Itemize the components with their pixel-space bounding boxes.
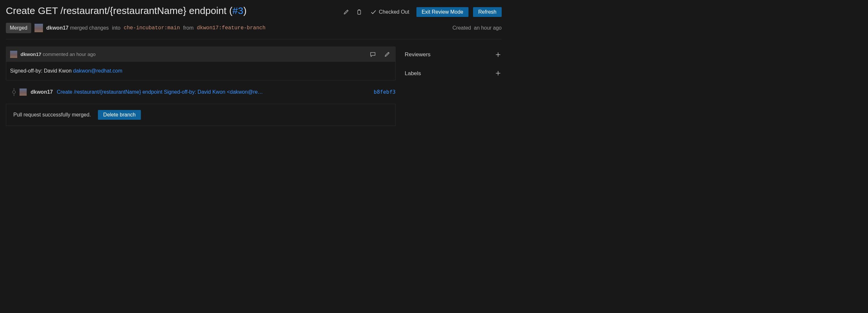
check-icon [371,9,376,15]
source-branch: dkwon17:feature-branch [197,24,266,32]
reviewers-label: Reviewers [405,51,430,59]
pr-subheader: Merged dkwon17 merged changes into che-i… [6,23,502,33]
commit-message-link[interactable]: Create /restaurant/{restaurantName} endp… [57,88,370,96]
checked-out-label: Checked Out [379,8,409,16]
email-link[interactable]: dakwon@redhat.com [73,68,122,73]
labels-label: Labels [405,69,421,78]
commit-dot-icon [12,90,16,94]
pr-header: Create GET /restaurant/{restaurantName} … [6,5,502,17]
comment-author[interactable]: dkwon17 [21,52,41,57]
edit-title-button[interactable] [342,8,350,16]
status-badge: Merged [6,23,31,33]
header-actions: Checked Out Exit Review Mode Refresh [342,5,502,17]
from-label: from [183,24,193,32]
reply-button[interactable] [369,50,377,59]
merged-changes-label: merged changes [70,25,108,31]
delete-branch-button[interactable]: Delete branch [98,110,141,120]
avatar [20,89,27,96]
add-reviewer-button[interactable] [495,52,501,58]
pencil-icon [343,9,349,15]
copy-button[interactable] [355,8,363,16]
comment-body: Signed-off-by: David Kwon dakwon@redhat.… [6,62,395,80]
target-branch: che-incubator:main [124,24,180,32]
add-label-button[interactable] [495,70,501,76]
pencil-icon [384,52,390,57]
comment-box: dkwon17 commented an hour ago Signed-off… [6,46,396,81]
commit-sha-link[interactable]: b8febf3 [374,88,396,96]
comment-action: commented an hour ago [42,52,96,57]
plus-icon [495,70,501,76]
created-time: Created an hour ago [453,24,502,32]
plus-icon [495,52,501,58]
comment-text: Signed-off-by: David Kwon [10,68,73,73]
pr-title: Create GET /restaurant/{restaurantName} … [6,5,337,17]
commit-author[interactable]: dkwon17 [31,88,53,96]
into-label: into [112,24,120,32]
comment-header: dkwon17 commented an hour ago [6,47,395,62]
comment-icon [370,52,376,57]
commit-row: dkwon17 Create /restaurant/{restaurantNa… [6,81,396,104]
labels-section: Labels [404,66,502,85]
pr-number-link[interactable]: #3 [232,5,243,16]
merged-message: Pull request successfully merged. [13,111,91,119]
divider [6,39,502,39]
merged-by-user[interactable]: dkwon17 [46,25,68,31]
pr-title-text: Create GET /restaurant/{restaurantName} … [6,5,226,16]
exit-review-button[interactable]: Exit Review Mode [416,7,468,17]
checked-out-status: Checked Out [368,8,412,16]
reviewers-section: Reviewers [404,47,502,66]
avatar [34,24,43,32]
pr-body: dkwon17 commented an hour ago Signed-off… [6,46,502,126]
edit-comment-button[interactable] [383,50,392,59]
merged-status-box: Pull request successfully merged. Delete… [6,104,396,126]
refresh-button[interactable]: Refresh [473,7,502,17]
sidebar: Reviewers Labels [404,46,502,85]
main-column: dkwon17 commented an hour ago Signed-off… [6,46,396,126]
clipboard-icon [356,9,362,15]
svg-rect-0 [358,10,361,14]
avatar [10,51,17,58]
